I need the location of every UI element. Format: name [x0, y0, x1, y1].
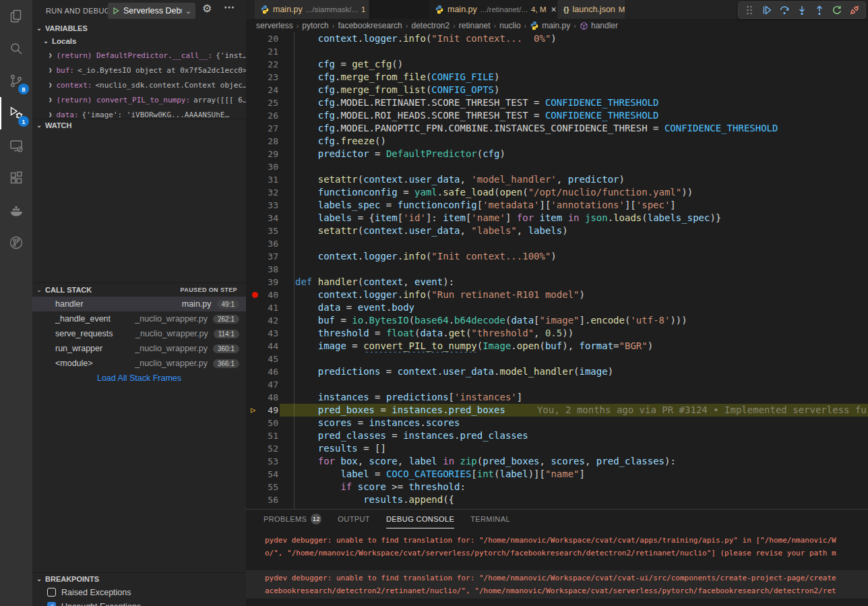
variable-row[interactable]: ❯data:{'image': 'iVBORw0KG...AAAANSUhE…: [32, 107, 246, 119]
remote-explorer-icon[interactable]: [0, 129, 32, 162]
code-text[interactable]: cfg.MODEL.PANOPTIC_FPN.COMBINE.INSTANCES…: [278, 122, 868, 135]
variable-row[interactable]: ❯(return) DefaultPredictor.__call__:{'in…: [32, 48, 246, 63]
code-text[interactable]: cfg.merge_from_file(CONFIG_FILE): [278, 71, 868, 84]
code-text[interactable]: [278, 160, 868, 173]
breadcrumb-item-retinanet[interactable]: retinanet: [459, 21, 491, 30]
code-text[interactable]: def handler(context, event):: [278, 276, 868, 289]
code-text[interactable]: label = COCO_CATEGORIES[int(label)]["nam…: [278, 468, 868, 481]
start-debug-icon[interactable]: [112, 7, 120, 15]
step-over-icon[interactable]: [776, 3, 793, 18]
gutter-glyph-margin[interactable]: [246, 353, 265, 365]
code-text[interactable]: buf = io.BytesIO(base64.b64decode(data["…: [278, 314, 868, 327]
code-text[interactable]: labels_spec = functionconfig['metadata']…: [278, 199, 868, 212]
gutter-glyph-margin[interactable]: [246, 186, 265, 199]
disconnect-icon[interactable]: [846, 3, 863, 18]
code-text[interactable]: functionconfig = yaml.safe_load(open("/o…: [278, 186, 868, 199]
debug-configuration-dropdown[interactable]: Serverless Debu ⌄: [108, 3, 195, 19]
stack-frame-module[interactable]: <module>_nuclio_wrapper.py366:1: [32, 356, 246, 371]
docker-icon[interactable]: [0, 194, 32, 226]
explorer-icon[interactable]: [0, 0, 32, 32]
gutter-glyph-margin[interactable]: [246, 71, 265, 84]
chevron-right-icon[interactable]: ❯: [49, 96, 52, 103]
gutter-glyph-margin[interactable]: [246, 301, 265, 314]
code-text[interactable]: instances = predictions['instances']: [278, 391, 868, 404]
chevron-right-icon[interactable]: ❯: [49, 52, 52, 59]
load-all-stack-frames-link[interactable]: Load All Stack Frames: [32, 371, 246, 386]
variable-row[interactable]: ❯buf:<_io.BytesIO object at 0x7f5a2dc1ec…: [32, 63, 246, 78]
call-stack-header[interactable]: ⌄ CALL STACK PAUSED ON STEP: [32, 283, 246, 297]
variables-scope-locals[interactable]: ⌄ Locals: [32, 34, 246, 48]
gutter-glyph-margin[interactable]: [246, 237, 265, 250]
gutter-glyph-margin[interactable]: [246, 160, 265, 173]
gutter-glyph-margin[interactable]: [246, 391, 265, 404]
code-text[interactable]: pred_boxes = instances.pred_boxesYou, 2 …: [278, 404, 868, 417]
code-text[interactable]: labels = {item['id']: item['name'] for i…: [278, 212, 868, 224]
gutter-glyph-margin[interactable]: [246, 199, 265, 212]
gutter-glyph-margin[interactable]: [246, 263, 265, 276]
gutter-glyph-margin[interactable]: [246, 135, 265, 148]
gutter-glyph-margin[interactable]: [246, 173, 265, 186]
code-text[interactable]: context.logger.info("Init context... 0%"…: [278, 32, 868, 45]
code-text[interactable]: cfg = get_cfg(): [278, 58, 868, 71]
gutter-glyph-margin[interactable]: [246, 32, 265, 45]
search-icon[interactable]: [0, 32, 32, 65]
gutter-glyph-margin[interactable]: [246, 493, 265, 506]
source-control-icon[interactable]: 8: [0, 65, 32, 97]
tab-close-icon[interactable]: ×: [551, 4, 556, 15]
gutter-glyph-margin[interactable]: [246, 58, 265, 71]
gutter-glyph-margin[interactable]: [246, 289, 265, 301]
code-text[interactable]: [278, 263, 868, 276]
breadcrumb-item-detectron2[interactable]: detectron2: [411, 21, 450, 30]
gutter-glyph-margin[interactable]: ▷: [246, 404, 265, 417]
gutter-glyph-margin[interactable]: [246, 45, 265, 58]
breadcrumb-item-pytorch[interactable]: pytorch: [302, 21, 328, 30]
stack-frame-handler[interactable]: handlermain.py49:1: [32, 297, 246, 311]
chevron-right-icon[interactable]: ❯: [49, 67, 52, 73]
code-text[interactable]: pred_classes = instances.pred_classes: [278, 429, 868, 442]
git-graph-icon[interactable]: [0, 226, 32, 259]
gutter-glyph-margin[interactable]: [246, 340, 265, 353]
code-text[interactable]: if score >= threshold:: [278, 481, 868, 493]
code-text[interactable]: context.logger.info("Run retinanet-R101 …: [278, 289, 868, 301]
breadcrumb-item-handler[interactable]: handler: [580, 21, 618, 30]
gutter-glyph-margin[interactable]: [246, 84, 265, 96]
code-text[interactable]: predictions = context.user_data.model_ha…: [278, 365, 868, 378]
panel-tab-output[interactable]: OUTPUT: [338, 510, 370, 528]
code-text[interactable]: threshold = float(data.get("threshold", …: [278, 327, 868, 340]
checkbox-unchecked[interactable]: [47, 588, 56, 597]
panel-tab-terminal[interactable]: TERMINAL: [470, 510, 510, 528]
restart-icon[interactable]: [829, 3, 845, 18]
extensions-icon[interactable]: [0, 162, 32, 194]
gutter-glyph-margin[interactable]: [246, 148, 265, 160]
code-text[interactable]: setattr(context.user_data, "labels", lab…: [278, 224, 868, 237]
gutter-glyph-margin[interactable]: [246, 429, 265, 442]
code-text[interactable]: setattr(context.user_data, 'model_handle…: [278, 173, 868, 186]
stack-frame-_handle_event[interactable]: _handle_event_nuclio_wrapper.py262:1: [32, 311, 246, 326]
breadcrumb-item-serverless[interactable]: serverless: [256, 21, 293, 30]
code-text[interactable]: cfg.merge_from_list(CONFIG_OPTS): [278, 84, 868, 96]
continue-icon[interactable]: [759, 3, 775, 18]
breadcrumb-item-main.py[interactable]: main.py: [530, 21, 570, 30]
breakpoint-row[interactable]: ✓Uncaught Exceptions: [32, 599, 246, 606]
breakpoint-row[interactable]: Raised Exceptions: [32, 585, 246, 599]
breadcrumb-item-nuclio[interactable]: nuclio: [499, 21, 520, 30]
gutter-glyph-margin[interactable]: [246, 276, 265, 289]
code-text[interactable]: [278, 353, 868, 365]
step-into-icon[interactable]: [794, 3, 810, 18]
gutter-glyph-margin[interactable]: [246, 365, 265, 378]
gutter-glyph-margin[interactable]: [246, 250, 265, 263]
code-text[interactable]: results = []: [278, 442, 868, 455]
editor-tab-main.py[interactable]: main.py.../retinanet/...4, M×: [429, 0, 558, 19]
code-text[interactable]: predictor = DefaultPredictor(cfg): [278, 148, 868, 160]
gutter-glyph-margin[interactable]: [246, 224, 265, 237]
variable-row[interactable]: ❯context:<nuclio_sdk.context.Context obj…: [32, 78, 246, 92]
watch-header[interactable]: ⌄ WATCH: [32, 119, 246, 131]
chevron-right-icon[interactable]: ❯: [49, 82, 52, 88]
gutter-glyph-margin[interactable]: [246, 468, 265, 481]
panel-tab-problems[interactable]: PROBLEMS12: [264, 510, 321, 528]
gear-icon[interactable]: ⚙: [202, 2, 212, 15]
breadcrumb-item-facebookresearch[interactable]: facebookresearch: [338, 21, 402, 30]
step-out-icon[interactable]: [811, 3, 828, 18]
editor-tab-launch.json[interactable]: {}launch.jsonM: [558, 0, 625, 19]
checkbox-checked[interactable]: ✓: [47, 602, 56, 606]
